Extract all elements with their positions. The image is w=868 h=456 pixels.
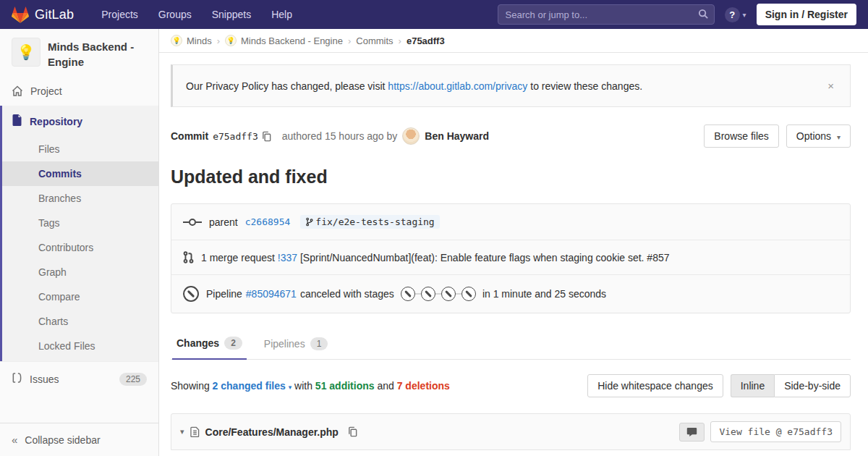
stage-canceled-icon[interactable] <box>401 287 415 301</box>
parent-label: parent <box>209 216 238 228</box>
author-name[interactable]: Ben Hayward <box>425 130 489 142</box>
repository-sub-nav: Files Commits Branches Tags Contributors… <box>2 137 158 361</box>
diff-view-toggle: Inline Side-by-side <box>731 374 851 397</box>
gitlab-brand[interactable]: GitLab <box>12 7 74 23</box>
commit-title: Updated and fixed <box>171 166 851 187</box>
collapse-file-icon[interactable]: ▾ <box>180 427 184 436</box>
commit-info-bar: Commit e75adff3 authored 15 hours ago by… <box>171 124 851 148</box>
parent-sha-link[interactable]: c2668954 <box>245 216 291 227</box>
sidebar-nav: Project Repository Files Commits Branche… <box>0 77 158 423</box>
sidebar-item-issues[interactable]: Issues 225 <box>0 361 158 396</box>
menu-item-snippets[interactable]: Snippets <box>203 1 260 28</box>
branch-ref-badge[interactable]: fix/e2e-tests-staging <box>300 215 439 229</box>
project-name: Minds Backend - Engine <box>48 38 147 69</box>
sidebar-item-branches[interactable]: Branches <box>2 186 158 211</box>
chevron-down-icon: ▾ <box>743 11 746 19</box>
project-avatar: 💡 <box>225 35 237 46</box>
stage-canceled-icon[interactable] <box>461 287 476 301</box>
tab-pipelines[interactable]: Pipelines 1 <box>260 329 333 359</box>
collapse-sidebar-label: Collapse sidebar <box>25 434 100 446</box>
sidebar-item-label: Issues <box>30 373 59 385</box>
file-path[interactable]: Core/Features/Manager.php <box>205 426 339 438</box>
merge-request-link[interactable]: !337 <box>278 252 297 263</box>
search-icon <box>698 9 709 22</box>
copy-commit-sha-button[interactable] <box>258 131 275 142</box>
collapse-sidebar-button[interactable]: « Collapse sidebar <box>0 423 158 456</box>
pipeline-canceled-icon <box>183 286 199 302</box>
banner-text: Our Privacy Policy has changed, please v… <box>186 80 388 92</box>
copy-file-path-button[interactable] <box>344 426 361 437</box>
pipeline-status-text: canceled with stages <box>300 288 394 300</box>
sidebar-item-project[interactable]: Project <box>0 77 158 106</box>
copy-icon <box>261 131 272 142</box>
sidebar-item-contributors[interactable]: Contributors <box>2 235 158 260</box>
inline-view-button[interactable]: Inline <box>731 374 774 397</box>
breadcrumb-item-project[interactable]: 💡 Minds Backend - Engine <box>225 35 343 46</box>
menu-item-groups[interactable]: Groups <box>150 1 200 28</box>
main-menu: Projects Groups Snippets Help <box>93 1 301 28</box>
hide-whitespace-button[interactable]: Hide whitespace changes <box>587 374 723 397</box>
merge-request-title: [Sprint/NuancedNumbat](feat): Enable fea… <box>300 252 670 263</box>
side-by-side-view-button[interactable]: Side-by-side <box>774 374 851 397</box>
breadcrumb-item-sha: e75adff3 <box>407 35 445 46</box>
tab-changes[interactable]: Changes 2 <box>172 329 247 360</box>
help-menu[interactable]: ? ▾ <box>725 7 746 22</box>
brand-name: GitLab <box>35 7 74 22</box>
comment-icon <box>686 427 697 437</box>
sidebar-item-tags[interactable]: Tags <box>2 211 158 235</box>
project-header[interactable]: 💡 Minds Backend - Engine <box>0 29 158 77</box>
privacy-banner: Our Privacy Policy has changed, please v… <box>171 64 851 107</box>
author-avatar[interactable] <box>402 127 420 145</box>
breadcrumb-item-minds[interactable]: 💡 Minds <box>171 35 212 46</box>
close-icon[interactable]: × <box>825 80 837 92</box>
gitlab-logo-icon <box>12 7 29 23</box>
changed-files-dropdown[interactable]: 2 changed files ▾ <box>213 380 294 392</box>
sidebar-item-commits[interactable]: Commits <box>2 161 158 186</box>
commit-tabs: Changes 2 Pipelines 1 <box>171 329 851 360</box>
home-icon <box>12 85 23 97</box>
sidebar-item-files[interactable]: Files <box>2 137 158 161</box>
toggle-comments-button[interactable] <box>679 423 705 442</box>
stage-canceled-icon[interactable] <box>421 287 435 301</box>
diff-file-header: ▾ Core/Features/Manager.php <box>171 413 851 450</box>
pipeline-label: Pipeline <box>206 288 242 300</box>
pipeline-duration: in 1 minute and 25 seconds <box>482 288 606 300</box>
issues-icon <box>12 372 22 386</box>
top-navbar: GitLab Projects Groups Snippets Help ? ▾… <box>0 0 868 29</box>
caret-down-icon: ▾ <box>837 133 841 141</box>
commit-sha: e75adff3 <box>213 131 258 142</box>
search-input[interactable] <box>498 4 715 25</box>
view-file-button[interactable]: View file @ e75adff3 <box>710 421 841 442</box>
sidebar-item-repository[interactable]: Repository <box>2 106 158 137</box>
caret-down-icon: ▾ <box>289 384 292 391</box>
browse-files-button[interactable]: Browse files <box>704 124 778 148</box>
sidebar-item-graph[interactable]: Graph <box>2 260 158 284</box>
merge-request-row: 1 merge request !337 [Sprint/NuancedNumb… <box>171 240 850 275</box>
breadcrumb-item-commits[interactable]: Commits <box>356 35 393 46</box>
file-icon <box>190 426 200 437</box>
repository-icon <box>12 114 22 128</box>
commit-details-box: parent c2668954 fix/e2e-tests-staging <box>171 203 851 313</box>
options-dropdown-button[interactable]: Options ▾ <box>786 124 851 148</box>
menu-item-help[interactable]: Help <box>263 1 301 28</box>
copy-icon <box>347 426 358 437</box>
pipeline-stages <box>401 287 476 301</box>
privacy-policy-link[interactable]: https://about.gitlab.com/privacy <box>388 80 527 92</box>
sidebar-item-locked-files[interactable]: Locked Files <box>2 334 158 358</box>
breadcrumb: 💡 Minds › 💡 Minds Backend - Engine › Com… <box>159 29 868 53</box>
help-icon: ? <box>725 7 740 22</box>
commit-label: Commit <box>171 130 208 142</box>
sidebar-item-label: Project <box>30 85 62 97</box>
and-label: and <box>377 380 393 392</box>
breadcrumb-separator: › <box>217 35 220 46</box>
global-search <box>498 4 715 25</box>
with-label: with <box>294 380 312 392</box>
menu-item-projects[interactable]: Projects <box>93 1 147 28</box>
collapse-sidebar-icon: « <box>12 434 17 446</box>
sidebar-item-charts[interactable]: Charts <box>2 309 158 334</box>
sign-in-button[interactable]: Sign in / Register <box>757 4 856 25</box>
pipeline-link[interactable]: #85094671 <box>246 288 297 300</box>
sidebar-item-compare[interactable]: Compare <box>2 284 158 309</box>
commit-icon <box>183 217 202 227</box>
stage-canceled-icon[interactable] <box>441 287 456 301</box>
